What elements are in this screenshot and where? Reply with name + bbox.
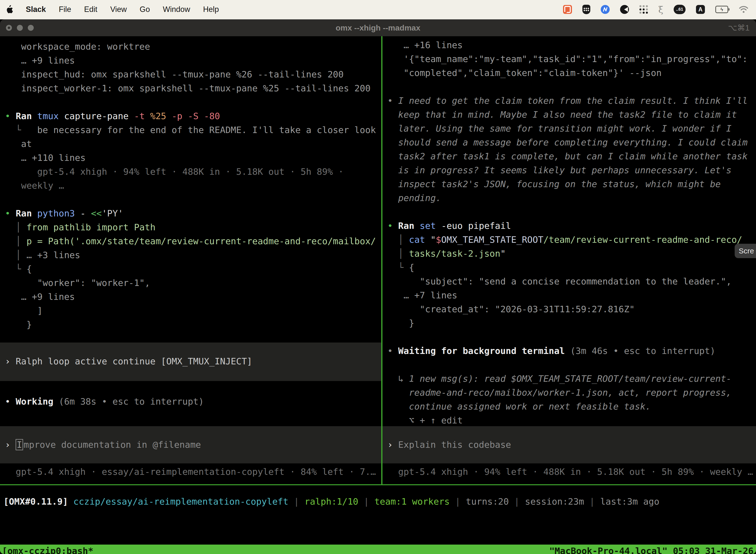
screen-share-icon[interactable] — [563, 5, 572, 14]
mailbox-message-line: continue assigned work or next feasible … — [382, 400, 756, 413]
omx-status-bar: [OMX#0.11.9] cczip/essay/ai-reimplementa… — [0, 485, 756, 545]
window-close-button[interactable] — [6, 25, 12, 31]
menu-item-file[interactable]: File — [59, 5, 71, 14]
terminal-pane-left[interactable]: workspace_mode: worktree … +9 lines insp… — [0, 36, 381, 484]
terminal-line: "subject": "send a concise recommendatio… — [382, 275, 756, 288]
window-shortcut-hint: ⌥⌘1 — [728, 23, 750, 33]
pane-left-prompt-band[interactable]: › Improve documentation in @filename — [0, 426, 381, 463]
terminal-line: └ be necessary for the end of the README… — [0, 123, 381, 137]
terminal-line — [0, 381, 381, 395]
omx-status-line: [OMX#0.11.9] cczip/essay/ai-reimplementa… — [0, 495, 756, 509]
working-status-line: • Working (6m 38s • esc to interrupt) — [0, 395, 381, 408]
terminal-line: │ p = Path('.omx/state/team/review-curre… — [0, 234, 381, 248]
window-minimize-button[interactable] — [17, 25, 23, 31]
terminal-line: workspace_mode: worktree — [0, 40, 381, 54]
wifi-icon[interactable] — [739, 6, 749, 13]
notification-blue-icon[interactable] — [601, 5, 610, 14]
terminal-line: gpt-5.4 xhigh · 94% left · 488K in · 5.1… — [0, 165, 381, 179]
timer-badge-icon[interactable]: ..61 — [674, 5, 686, 14]
ralph-loop-banner: › Ralph loop active continue [OMX_TMUX_I… — [0, 342, 381, 381]
squiggle-icon[interactable]: ξ — [658, 4, 663, 15]
waiting-status-line: • Waiting for background terminal (3m 46… — [382, 344, 756, 358]
terminal-line — [382, 358, 756, 372]
tmux-status-bar: [omx-cczip0:bash* "MacBook-Pro-44.local"… — [0, 545, 756, 554]
input-source-icon[interactable]: A — [696, 5, 705, 14]
reasoning-line: pending. — [382, 191, 756, 205]
terminal-line: │ from pathlib import Path — [0, 220, 381, 234]
menu-bar-left: Slack File Edit View Go Window Help — [5, 5, 219, 14]
focus-crescent-icon[interactable] — [620, 5, 629, 14]
terminal-line: inspect_hud: omx sparkshell --tmux-pane … — [0, 67, 381, 81]
terminal-line: "worker": "worker-1", — [0, 276, 381, 290]
charging-bolt-icon: ϟ — [720, 7, 723, 12]
terminal-line — [0, 192, 381, 207]
desktop-screen: Slack File Edit View Go Window Help ξ ..… — [0, 0, 756, 554]
command-line: • Ran tmux capture-pane -t %25 -p -S -80 — [0, 109, 381, 123]
pane-right-statusline: gpt-5.4 xhigh · 94% left · 488K in · 5.1… — [382, 463, 756, 484]
terminal-line — [382, 80, 756, 94]
menu-bar-status-icons: ξ ..61 A ϟ — [563, 4, 751, 15]
menu-item-window[interactable]: Window — [163, 5, 190, 14]
reasoning-line: later. Using the same for transition mig… — [382, 122, 756, 135]
terminal-line: "completed","claim_token":"claim-token"}… — [382, 66, 756, 80]
terminal-line: └ { — [382, 261, 756, 275]
terminal-line: } — [0, 318, 381, 332]
prompt-suggestion-line: › Explain this codebase — [382, 438, 511, 452]
reasoning-line: task2 after task1 is complete, but can I… — [382, 150, 756, 163]
traffic-lights — [0, 25, 34, 31]
terminal-line: │ tasks/task-2.json" — [382, 247, 756, 261]
menu-item-go[interactable]: Go — [140, 5, 150, 14]
terminal-line: at — [0, 137, 381, 151]
apple-menu-icon[interactable] — [5, 5, 13, 14]
screen-overlay-chip[interactable]: Scre — [735, 244, 756, 258]
menu-bar: Slack File Edit View Go Window Help ξ ..… — [0, 0, 756, 19]
timer-badge-label: ..61 — [676, 7, 683, 12]
terminal-line: │ cat "$OMX_TEAM_STATE_ROOT/team/review-… — [382, 233, 756, 247]
terminal-line: … +110 lines — [0, 151, 381, 165]
tmux-host-clock-label: "MacBook-Pro-44.local" 05:03 31-Mar-26 — [549, 546, 754, 554]
input-source-label: A — [698, 6, 703, 13]
command-line: • Ran set -euo pipefail — [382, 219, 756, 233]
reasoning-line: • I need to get the claim token from the… — [382, 94, 756, 108]
window-titlebar[interactable]: omx --xhigh --madmax ⌥⌘1 — [0, 19, 756, 36]
terminal-line: … +9 lines — [0, 290, 381, 304]
menu-item-help[interactable]: Help — [203, 5, 219, 14]
terminal-pane-right[interactable]: … +16 lines '{"team_name":"my-team","tas… — [382, 36, 756, 484]
tmux-session-label: [omx-cczip0:bash* — [2, 546, 93, 554]
terminal-line: … +16 lines — [382, 38, 756, 52]
terminal-line: ] — [0, 304, 381, 318]
tmux-pane-area: workspace_mode: worktree … +9 lines insp… — [0, 36, 756, 484]
terminal-line: … +7 lines — [382, 288, 756, 302]
reasoning-line: inspect task2's JSON, focusing on the st… — [382, 177, 756, 191]
reasoning-line: keep that in mind. Maybe I also need the… — [382, 108, 756, 122]
terminal-line — [0, 332, 381, 342]
pane-right-prompt-band[interactable]: › Explain this codebase — [382, 426, 756, 463]
pane-left-output: workspace_mode: worktree … +9 lines insp… — [0, 36, 381, 426]
pane-right-output: … +16 lines '{"team_name":"my-team","tas… — [382, 36, 756, 426]
mailbox-message-line: readme-and-reco/mailbox/worker-1.json, a… — [382, 386, 756, 400]
model-status-line: gpt-5.4 xhigh · essay/ai-reimplementatio… — [0, 465, 381, 479]
edit-hint-line: ⌥ + ↑ edit — [382, 413, 756, 426]
terminal-line: │ … +3 lines — [0, 248, 381, 262]
terminal-line: weekly … — [0, 179, 381, 192]
window-zoom-button[interactable] — [28, 25, 34, 31]
privacy-shield-icon[interactable] — [582, 5, 590, 14]
terminal-line — [382, 330, 756, 344]
pane-left-statusline: gpt-5.4 xhigh · essay/ai-reimplementatio… — [0, 463, 381, 484]
reasoning-line: should send a message before completing … — [382, 135, 756, 150]
terminal-line: } — [382, 316, 756, 330]
command-line: • Ran python3 - <<'PY' — [0, 207, 381, 220]
menu-app-name[interactable]: Slack — [26, 5, 46, 14]
terminal-line: "created_at": "2026-03-31T11:59:27.816Z" — [382, 302, 756, 316]
grid-dots-icon[interactable] — [639, 5, 648, 14]
terminal-line: inspect_worker-1: omx sparkshell --tmux-… — [0, 81, 381, 95]
terminal-line: … +9 lines — [0, 54, 381, 67]
menu-item-view[interactable]: View — [110, 5, 127, 14]
menu-item-edit[interactable]: Edit — [84, 5, 97, 14]
window-title: omx --xhigh --madmax — [0, 23, 756, 33]
terminal-line: '{"team_name":"my-team","task_id":"1","f… — [382, 52, 756, 66]
terminal-window: omx --xhigh --madmax ⌥⌘1 workspace_mode:… — [0, 19, 756, 554]
battery-charging-icon[interactable]: ϟ — [715, 6, 728, 13]
reasoning-line: is in progress? It seems likely but perh… — [382, 163, 756, 177]
prompt-input-line: › Improve documentation in @filename — [0, 438, 201, 452]
